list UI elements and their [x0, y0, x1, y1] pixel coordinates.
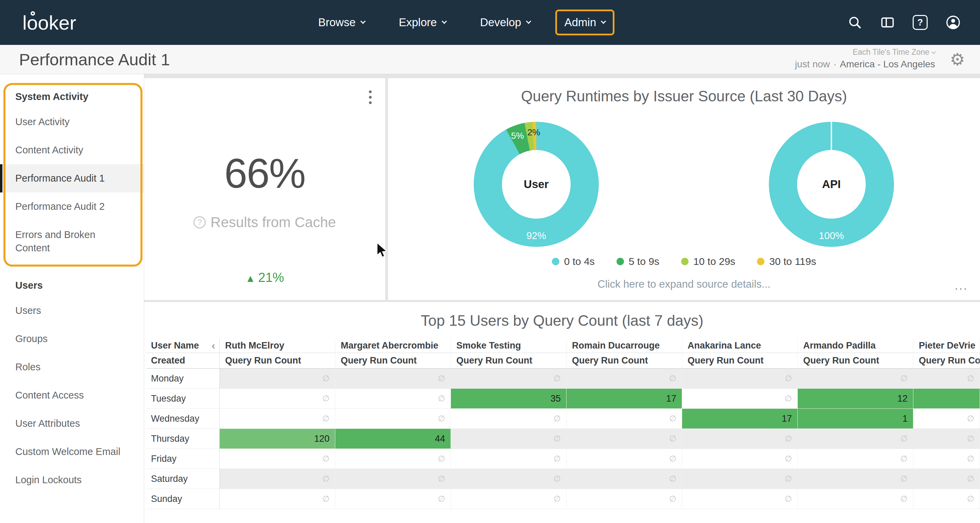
table-measure-header[interactable]: Query Run Count [335, 353, 451, 369]
question-circle-icon[interactable]: ? [194, 216, 206, 229]
collapse-column-icon[interactable]: ‹ [212, 339, 215, 352]
table-null-cell: ∅ [566, 489, 682, 509]
donut-main-percent: 100% [769, 230, 894, 242]
cache-delta: ▲21% [144, 270, 385, 285]
table-value-cell: 1 [798, 409, 913, 429]
table-null-cell: ∅ [798, 449, 913, 469]
legend-item[interactable]: 10 to 29s [681, 256, 735, 267]
sidebar-item-content-access[interactable]: Content Access [0, 381, 144, 409]
table-corner-header[interactable]: User Name‹ [146, 339, 220, 353]
legend-item[interactable]: 5 to 9s [617, 256, 659, 267]
table-null-cell: ∅ [335, 409, 451, 429]
corner-header-label: User Name [151, 340, 199, 351]
expand-source-details-link[interactable]: Click here to expand source details... [388, 278, 980, 290]
donut-tile-title: Query Runtimes by Issuer Source (Last 30… [388, 88, 980, 105]
table-null-cell: ∅ [220, 409, 335, 429]
slice-callout: 5% [511, 130, 524, 141]
chevron-down-icon [601, 18, 606, 24]
table-measure-header[interactable]: Query Run Count [566, 353, 682, 369]
table-null-cell: ∅ [798, 489, 913, 509]
table-day-cell: Saturday [146, 469, 220, 489]
table-column-header[interactable]: Margaret Abercrombie [335, 339, 451, 353]
nav-item-explore[interactable]: Explore [390, 10, 455, 35]
table-null-cell: ∅ [682, 369, 798, 389]
table-null-cell: ∅ [335, 469, 451, 489]
tile-overflow-icon[interactable]: ... [955, 278, 968, 293]
table-null-cell: ∅ [913, 369, 980, 389]
table-column-header[interactable]: Anakarina Lance [682, 339, 798, 353]
table-day-cell: Tuesday [146, 389, 220, 409]
table-null-cell: ∅ [566, 409, 682, 429]
cache-percent-value: 66% [144, 149, 385, 197]
sidebar-item-content-activity[interactable]: Content Activity [0, 136, 144, 164]
timezone-selector-label: Each Tile's Time Zone [853, 48, 929, 56]
timezone-selector[interactable]: Each Tile's Time Zone [795, 48, 935, 57]
main-menu: BrowseExploreDevelopAdmin [309, 10, 615, 35]
sidebar-item-performance-audit-1[interactable]: Performance Audit 1 [0, 164, 144, 192]
legend-swatch [617, 258, 624, 265]
table-value-cell: 120 [220, 429, 335, 449]
table-null-cell: ∅ [451, 369, 566, 389]
search-icon[interactable] [847, 15, 862, 30]
sidebar-item-user-activity[interactable]: User Activity [0, 108, 144, 136]
table-null-cell: ∅ [798, 429, 913, 449]
legend-item[interactable]: 0 to 4s [552, 256, 595, 267]
table-null-cell: ∅ [913, 489, 980, 509]
donut-chart-api: API 100% [769, 122, 894, 247]
table-day-cell: Friday [146, 449, 220, 469]
table-tile-title: Top 15 Users by Query Count (last 7 days… [144, 312, 980, 329]
table-measure-header[interactable]: Query Run Count [220, 353, 335, 369]
sidebar-item-groups[interactable]: Groups [0, 325, 144, 353]
table-measure-header[interactable]: Query Run Count [682, 353, 798, 369]
sidebar-item-users[interactable]: Users [0, 297, 144, 325]
cache-delta-value: 21% [258, 270, 284, 285]
navbar-icons: ? [847, 14, 961, 30]
table-measure-header[interactable]: Query Run Count [798, 353, 913, 369]
sidebar-item-user-attributes[interactable]: User Attributes [0, 409, 144, 438]
table-null-cell: ∅ [335, 369, 451, 389]
table-column-header[interactable]: Romain Ducarrouge [566, 339, 682, 353]
slice-separator [831, 122, 832, 150]
sidebar-item-custom-welcome-email[interactable]: Custom Welcome Email [0, 438, 144, 466]
legend-swatch [552, 258, 559, 265]
gear-icon[interactable]: ⚙ [950, 50, 965, 69]
table-null-cell: ∅ [451, 489, 566, 509]
table-column-header[interactable]: Pieter DeVrie [913, 339, 980, 353]
sidebar-item-roles[interactable]: Roles [0, 353, 144, 381]
query-count-table-tile: Top 15 Users by Query Count (last 7 days… [144, 302, 980, 523]
donut-hole: User [502, 150, 571, 219]
legend-label: 5 to 9s [629, 256, 659, 267]
tile-menu-icon[interactable] [369, 91, 372, 104]
table-row-dim-header[interactable]: Created [146, 353, 220, 369]
table-null-cell: ∅ [335, 389, 451, 409]
table-measure-header[interactable]: Query Run Count [913, 353, 980, 369]
timezone-controls: Each Tile's Time Zone just now·America -… [795, 48, 935, 70]
sidebar-item-login-lockouts[interactable]: Login Lockouts [0, 466, 144, 494]
account-icon[interactable] [945, 14, 961, 30]
sidebar-item-performance-audit-2[interactable]: Performance Audit 2 [0, 192, 144, 221]
marketplace-icon[interactable] [880, 15, 895, 30]
table-column-header[interactable]: Ruth McElroy [220, 339, 335, 353]
table-column-header[interactable]: Smoke Testing [451, 339, 566, 353]
table-null-cell: ∅ [220, 469, 335, 489]
table-day-cell: Sunday [146, 489, 220, 509]
donut-main-percent: 92% [474, 230, 599, 242]
table-null-cell: ∅ [798, 469, 913, 489]
table-null-cell: ∅ [451, 429, 566, 449]
table-null-cell: ∅ [913, 469, 980, 489]
table-value-cell: 44 [335, 429, 451, 449]
table-measure-header[interactable]: Query Run Count [451, 353, 566, 369]
nav-item-develop[interactable]: Develop [471, 10, 539, 35]
nav-item-browse[interactable]: Browse [309, 10, 374, 35]
looker-logo[interactable]: looker [22, 11, 76, 34]
nav-item-label: Admin [565, 16, 597, 29]
nav-item-label: Explore [399, 16, 437, 29]
help-icon[interactable]: ? [913, 15, 928, 30]
sidebar-item-errors-and-broken-content[interactable]: Errors and Broken Content [0, 221, 144, 262]
table-column-header[interactable]: Armando Padilla [798, 339, 913, 353]
legend-item[interactable]: 30 to 119s [757, 256, 816, 267]
cache-label-text: Results from Cache [210, 214, 336, 231]
table-null-cell: ∅ [566, 429, 682, 449]
nav-item-admin[interactable]: Admin [555, 10, 615, 35]
chevron-down-icon [360, 18, 366, 24]
